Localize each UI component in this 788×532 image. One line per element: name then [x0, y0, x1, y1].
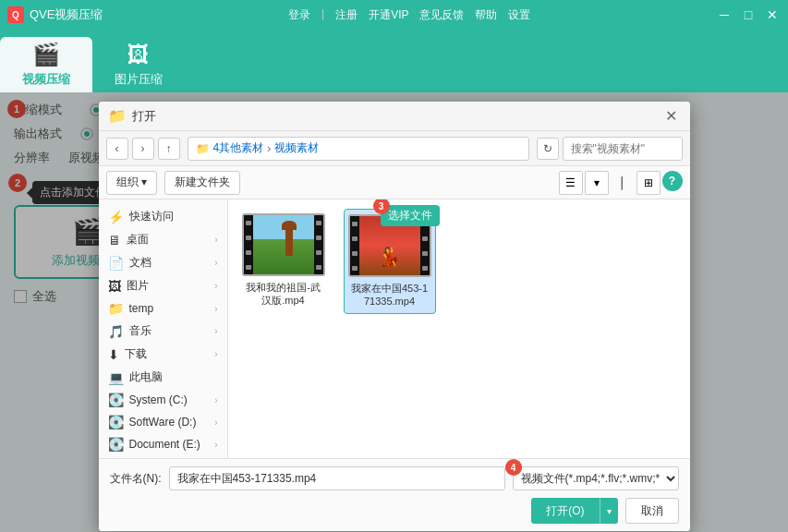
file-dialog-overlay: 📁 打开 ✕ ‹ › ↑ 📁 4其他素材 › 视频素材 ↻ — [0, 92, 788, 532]
title-bar-controls: ─ □ ✕ — [716, 6, 781, 23]
tab-image-label: 图片压缩 — [115, 71, 163, 88]
open-dropdown-arrow[interactable]: ▾ — [600, 498, 618, 524]
sidebar-item-label: Document (E:) — [129, 438, 200, 451]
dialog-toolbar: ‹ › ↑ 📁 4其他素材 › 视频素材 ↻ — [99, 131, 690, 166]
filename-input[interactable] — [169, 466, 505, 490]
path-bar: 📁 4其他素材 › 视频素材 — [188, 137, 529, 161]
search-input[interactable] — [563, 137, 683, 161]
view-buttons: ☰ ▾ │ ⊞ ? — [559, 171, 683, 195]
sidebar-item-label: 快速访问 — [129, 209, 174, 224]
new-folder-button[interactable]: 新建文件夹 — [164, 171, 240, 195]
nav-help[interactable]: 帮助 — [475, 7, 497, 23]
film-strip-right-1 — [314, 215, 323, 274]
dialog-footer: 文件名(N): 4 视频文件(*.mp4;*.flv;*.wmv;*.a 打开(… — [99, 458, 690, 531]
sidebar-item-music[interactable]: 🎵 音乐 › — [99, 320, 227, 343]
sidebar-item-label: 音乐 — [129, 323, 152, 339]
video-tab-icon: 🎬 — [32, 42, 60, 67]
filename-row: 文件名(N): 4 视频文件(*.mp4;*.flv;*.wmv;*.a — [110, 466, 679, 490]
film-strip-left-1 — [244, 215, 253, 274]
nav-vip[interactable]: 开通VIP — [369, 7, 408, 23]
file-label-1: 我和我的祖国-武汉版.mp4 — [242, 281, 325, 308]
footer-btn-row: 打开(O) ▾ 取消 — [110, 498, 679, 524]
view-dropdown-button[interactable]: ▾ — [585, 171, 609, 195]
thumb1-bg — [253, 215, 314, 274]
sidebar-item-pictures[interactable]: 🖼 图片 › — [99, 274, 227, 297]
select-file-badge: 3 选择文件 — [381, 205, 440, 226]
footer-badge-container: 4 视频文件(*.mp4;*.flv;*.wmv;*.a — [513, 466, 679, 490]
sidebar-item-downloads[interactable]: ⬇ 下载 › — [99, 343, 227, 366]
badge-4: 4 — [505, 459, 522, 476]
sidebar-item-temp[interactable]: 📁 temp › — [99, 297, 227, 320]
refresh-button[interactable]: ↻ — [537, 138, 559, 160]
dialog-title-icon: 📁 — [108, 107, 127, 125]
path-sub[interactable]: 视频素材 — [274, 140, 319, 156]
tab-video-label: 视频压缩 — [22, 71, 70, 88]
path-icon: 📁 — [196, 142, 210, 155]
sidebar-item-cdrive[interactable]: 💽 System (C:) › — [99, 389, 227, 411]
badge-3: 3 — [373, 200, 390, 214]
nav-up-button[interactable]: ↑ — [158, 138, 180, 160]
file-dialog: 📁 打开 ✕ ‹ › ↑ 📁 4其他素材 › 视频素材 ↻ — [99, 102, 690, 531]
file-thumb-1 — [242, 213, 325, 276]
close-button[interactable]: ✕ — [764, 6, 781, 23]
dialog-actions-bar: 组织 ▾ 新建文件夹 ☰ ▾ │ ⊞ ? — [99, 166, 690, 200]
filename-label: 文件名(N): — [110, 471, 162, 487]
dialog-titlebar: 📁 打开 ✕ — [99, 102, 690, 131]
file-label-2: 我家在中国453-171335.mp4 — [349, 282, 430, 308]
files-panel: 我和我的祖国-武汉版.mp4 3 选择文件 — [228, 200, 690, 458]
nav-register[interactable]: 注册 — [335, 7, 358, 23]
nav-login[interactable]: 登录 — [288, 7, 310, 23]
filetype-select[interactable]: 视频文件(*.mp4;*.flv;*.wmv;*.a — [513, 466, 679, 490]
sidebar-item-thispc[interactable]: 💻 此电脑 — [99, 366, 227, 389]
sidebar-item-ddrive[interactable]: 💽 SoftWare (D:) › — [99, 411, 227, 433]
main-area: 1 压缩模式 普通压缩 输出格式 mp4 分辨率 原视频尺寸 2 点击添加文件 … — [0, 92, 788, 532]
nav-feedback[interactable]: 意见反馈 — [419, 7, 464, 23]
sidebar-item-label: 下载 — [125, 346, 147, 362]
nav-back-button[interactable]: ‹ — [106, 138, 128, 160]
separator-view: │ — [611, 171, 635, 195]
file-item-1[interactable]: 我和我的祖国-武汉版.mp4 — [237, 209, 330, 314]
tab-bar: 🎬 视频压缩 🖼 图片压缩 — [0, 30, 788, 92]
tab-video[interactable]: 🎬 视频压缩 — [0, 37, 92, 92]
select-file-container: 3 选择文件 — [381, 205, 440, 226]
sidebar-item-label: System (C:) — [129, 393, 188, 406]
help-button[interactable]: ? — [662, 171, 683, 191]
sidebar-item-label: temp — [129, 302, 154, 315]
minimize-button[interactable]: ─ — [716, 6, 733, 23]
sidebar-item-label: 桌面 — [127, 232, 149, 248]
dialog-sidebar: ⚡ 快速访问 🖥 桌面 › 📄 文档 › 🖼 — [99, 200, 228, 458]
app-title: QVE视频压缩 — [30, 6, 103, 23]
sidebar-item-edrive[interactable]: 💽 Document (E:) › — [99, 433, 227, 455]
dialog-title: 📁 打开 — [108, 107, 156, 125]
cancel-button[interactable]: 取消 — [625, 498, 679, 524]
view-details-button[interactable]: ⊞ — [636, 171, 661, 195]
path-root[interactable]: 4其他素材 — [213, 140, 264, 156]
tab-image[interactable]: 🖼 图片压缩 — [92, 37, 185, 92]
sidebar-item-documents[interactable]: 📄 文档 › — [99, 251, 227, 274]
open-button-group: 打开(O) ▾ — [531, 498, 617, 524]
sidebar-item-desktop[interactable]: 🖥 桌面 › — [99, 228, 227, 251]
nav-settings[interactable]: 设置 — [508, 7, 530, 23]
image-tab-icon: 🖼 — [127, 42, 150, 67]
title-bar-left: Q QVE视频压缩 — [7, 6, 103, 23]
dancer-icon: 💃 — [378, 246, 401, 268]
title-bar-nav: 登录 | 注册 开通VIP 意见反馈 帮助 设置 — [288, 7, 530, 23]
sidebar-item-quickaccess[interactable]: ⚡ 快速访问 — [99, 205, 227, 228]
tower-shape — [285, 228, 293, 256]
film-strip-left-2 — [350, 216, 359, 275]
sidebar-item-label: 文档 — [129, 255, 152, 271]
open-button[interactable]: 打开(O) — [531, 498, 599, 524]
title-bar: Q QVE视频压缩 登录 | 注册 开通VIP 意见反馈 帮助 设置 ─ □ ✕ — [0, 0, 788, 30]
sidebar-item-label: SoftWare (D:) — [129, 416, 197, 429]
organize-button[interactable]: 组织 ▾ — [106, 171, 157, 195]
nav-forward-button[interactable]: › — [132, 138, 154, 160]
app-icon: Q — [7, 6, 24, 23]
sidebar-item-label: 图片 — [127, 278, 149, 294]
file-item-2[interactable]: 3 选择文件 💃 — [344, 209, 436, 314]
sidebar-item-label: 此电脑 — [129, 369, 163, 385]
dialog-body: ⚡ 快速访问 🖥 桌面 › 📄 文档 › 🖼 — [99, 200, 690, 458]
maximize-button[interactable]: □ — [740, 6, 757, 23]
view-list-button[interactable]: ☰ — [559, 171, 583, 195]
dialog-close-button[interactable]: ✕ — [662, 107, 681, 126]
dialog-title-label: 打开 — [132, 108, 156, 125]
